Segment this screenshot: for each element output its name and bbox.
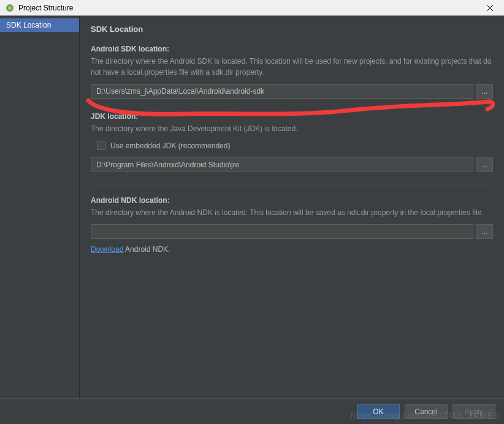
window-title: Project Structure <box>18 4 481 12</box>
ndk-browse-button[interactable]: ... <box>476 224 493 239</box>
sidebar-item-sdk-location[interactable]: SDK Location <box>0 18 79 32</box>
jdk-input-row: ... <box>91 157 493 172</box>
close-button[interactable] <box>481 1 499 15</box>
download-ndk-link[interactable]: Download <box>91 245 123 254</box>
sdk-input-row: ... <box>91 84 493 99</box>
dialog-footer: OK Cancel Apply <box>0 398 504 424</box>
download-ndk-text: Android NDK. <box>123 245 170 254</box>
content-heading: SDK Location <box>91 22 493 45</box>
sidebar-item-label: SDK Location <box>6 21 51 29</box>
ndk-label: Android NDK location: <box>91 196 493 205</box>
ndk-desc: The directory where the Android NDK is l… <box>91 207 493 218</box>
sdk-label: Android SDK location: <box>91 45 493 53</box>
cancel-button[interactable]: Cancel <box>405 404 448 419</box>
sdk-browse-button[interactable]: ... <box>476 84 493 99</box>
sdk-location-input[interactable] <box>91 84 473 99</box>
svg-point-1 <box>8 6 12 10</box>
close-icon <box>487 5 493 11</box>
sidebar: SDK Location <box>0 16 80 398</box>
sdk-section: Android SDK location: The directory wher… <box>91 45 493 99</box>
sdk-desc: The directory where the Android SDK is l… <box>91 56 493 78</box>
jdk-label: JDK location: <box>91 112 493 121</box>
ndk-input-row: ... <box>91 224 493 239</box>
use-embedded-jdk-checkbox[interactable] <box>97 142 105 150</box>
ndk-section: Android NDK location: The directory wher… <box>91 196 493 254</box>
ok-button[interactable]: OK <box>357 404 400 419</box>
ndk-location-input[interactable] <box>91 224 473 239</box>
jdk-browse-button[interactable]: ... <box>476 157 493 172</box>
jdk-section: JDK location: The directory where the Ja… <box>91 112 493 172</box>
android-studio-icon <box>5 3 15 13</box>
ndk-download-row: Download Android NDK. <box>91 245 493 254</box>
content-panel: SDK Location Android SDK location: The d… <box>80 16 504 398</box>
use-embedded-jdk-label: Use embedded JDK (recommended) <box>110 142 230 150</box>
section-separator <box>91 186 493 186</box>
apply-button[interactable]: Apply <box>452 404 495 419</box>
jdk-desc: The directory where the Java Development… <box>91 123 493 134</box>
jdk-location-input[interactable] <box>91 157 473 172</box>
main-container: SDK Location SDK Location Android SDK lo… <box>0 16 504 398</box>
titlebar: Project Structure <box>0 0 504 16</box>
jdk-embedded-row: Use embedded JDK (recommended) <box>97 142 493 150</box>
